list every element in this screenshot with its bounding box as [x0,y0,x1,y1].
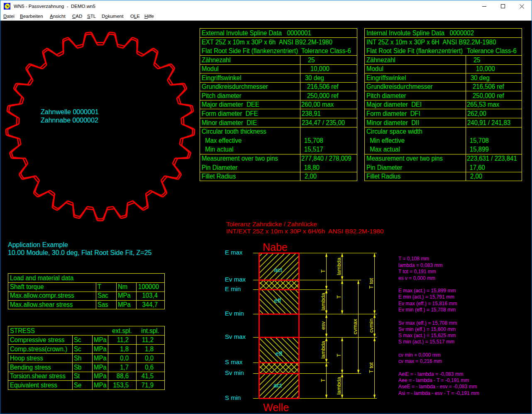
svg-text:lambda: lambda [336,377,342,394]
svg-text:cvmin: cvmin [368,318,374,333]
svg-text:T: T [336,295,342,299]
svg-text:lambda: lambda [320,341,326,358]
svg-text:lambda: lambda [336,257,342,275]
svg-text:T tot: T tot [368,362,374,373]
svg-text:T: T [336,353,342,357]
svg-text:esv: esv [320,321,326,330]
svg-text:lambda: lambda [320,292,326,310]
svg-text:T tot: T tot [368,278,374,289]
svg-text:cvmax: cvmax [352,318,358,334]
svg-text:T: T [320,269,326,273]
svg-text:T: T [320,379,326,382]
